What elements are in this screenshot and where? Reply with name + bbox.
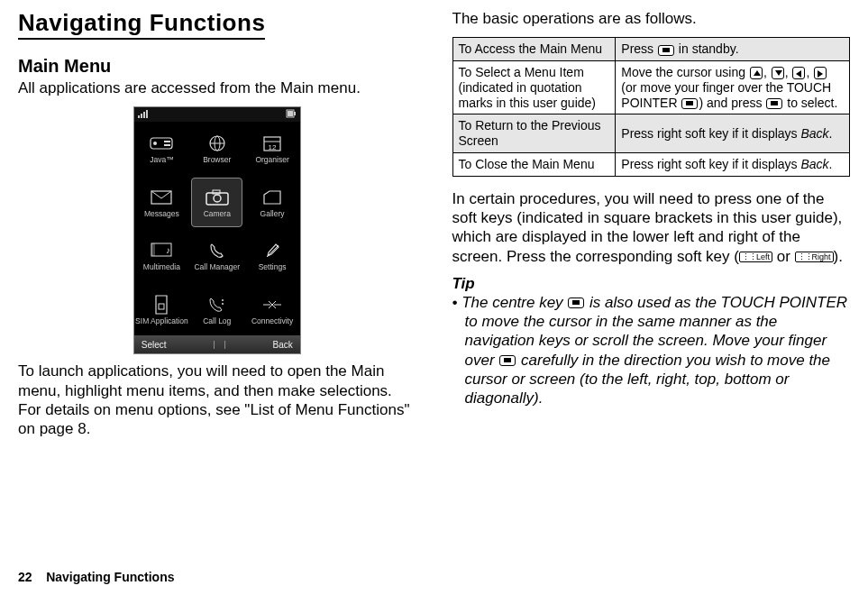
phone-screenshot: Java™ Browser 12Organiser Messages Camer… [133,106,301,354]
app-browser: Browser [189,122,244,176]
svg-rect-25 [159,304,164,309]
ops-close-value: Press right soft key if it displays Back… [616,153,850,177]
app-call-log: Call Log [189,283,244,337]
svg-rect-0 [138,115,140,118]
signal-icon [138,109,151,120]
svg-rect-3 [146,110,148,118]
table-row: To Close the Main Menu Press right soft … [452,153,850,177]
right-softkey-icon: ⋮⋮Right [795,252,834,262]
operations-table: To Access the Main Menu Press in standby… [452,37,851,177]
svg-text:♪: ♪ [166,245,170,255]
ops-return-label: To Return to the Previous Screen [452,114,616,153]
tip-label: Tip [452,275,851,293]
ops-intro: The basic operations are as follows. [452,9,851,28]
page-number: 22 [18,570,32,584]
tip-body: • The centre key is also used as the TOU… [452,293,851,408]
nav-up-icon [750,67,763,79]
center-key-icon [681,98,698,109]
app-gallery: Gallery [244,176,299,230]
table-row: To Access the Main Menu Press in standby… [452,38,850,61]
intro-paragraph-1: All applications are accessed from the M… [18,78,416,97]
nav-right-icon [814,67,827,79]
app-multimedia: ♪Multimedia [134,229,189,283]
intro-paragraph-2: To launch applications, you will need to… [18,362,416,438]
svg-line-24 [267,245,279,257]
ops-select-value: Move the cursor using , , , (or move you… [616,61,850,114]
ops-access-value: Press in standby. [616,38,850,61]
svg-rect-22 [151,243,155,256]
nav-down-icon [772,67,784,79]
svg-rect-9 [164,141,170,142]
ops-access-label: To Access the Main Menu [452,38,616,61]
svg-rect-10 [164,144,170,146]
phone-softkey-right: Back [273,340,293,350]
svg-rect-2 [143,112,145,118]
ops-close-label: To Close the Main Menu [452,153,616,177]
page-title: Navigating Functions [18,9,265,40]
ops-select-label: To Select a Menu Item (indicated in quot… [452,61,616,114]
center-key-icon [568,298,584,308]
app-organiser: 12Organiser [244,122,299,176]
app-connectivity: Connectivity [244,283,299,337]
ops-return-value: Press right soft key if it displays Back… [616,114,850,153]
svg-rect-1 [141,114,142,118]
svg-text:12: 12 [269,143,277,151]
nav-left-icon [792,67,805,79]
app-messages: Messages [134,176,189,230]
svg-rect-6 [288,111,293,116]
page-footer: 22 Navigating Functions [18,570,174,584]
svg-rect-5 [294,112,296,115]
svg-point-26 [222,299,224,301]
svg-point-27 [222,303,224,305]
app-java: Java™ [134,122,189,176]
app-call-manager: Call Manager [189,229,244,283]
svg-point-20 [214,195,221,202]
battery-icon [286,109,297,120]
section-heading: Main Menu [18,56,416,77]
phone-softkey-bar: Select | | Back [134,335,300,353]
table-row: To Select a Menu Item (indicated in quot… [452,61,850,114]
app-camera-selected: Camera [191,178,242,228]
status-bar [134,107,300,122]
softkey-paragraph: In certain procedures, you will need to … [452,189,851,266]
table-row: To Return to the Previous Screen Press r… [452,114,850,153]
center-key-icon [766,98,782,109]
app-settings: Settings [244,229,299,283]
left-softkey-icon: ⋮⋮Left [739,252,772,262]
phone-softkey-left: Select [142,340,167,350]
footer-title: Navigating Functions [46,570,174,584]
center-key-icon [499,355,516,366]
center-key-icon [658,45,674,56]
app-sim: SIM Application [134,283,189,337]
svg-point-8 [153,142,157,145]
